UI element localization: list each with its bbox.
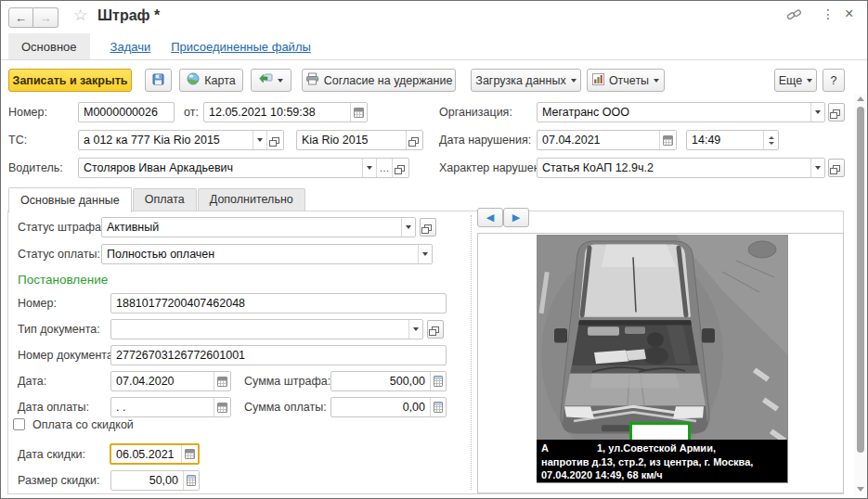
number-input[interactable]: М0000000026 [78,102,175,122]
scroll-up-icon[interactable] [857,96,864,101]
tab-main[interactable]: Основное [8,33,90,59]
chevron-down-icon [815,110,821,114]
consent-print-button[interactable]: Согласие на удержание [302,69,456,92]
resolution-group-header: Постановление [18,273,108,287]
vehicle-open-button[interactable] [266,131,283,149]
exchange-arrows-icon [259,73,273,88]
driver-combo[interactable]: Столяров Иван Аркадьевич … [78,158,409,178]
discount-size-label: Размер скидки: [18,470,99,491]
vehicle-label: ТС: [8,130,27,150]
chevron-down-icon [257,138,263,142]
driver-choose-button[interactable]: … [376,159,392,177]
time-spinner[interactable] [763,131,778,149]
panel-splitter[interactable] [471,215,472,490]
pay-sum-input[interactable]: 0,00 [330,397,447,417]
calendar-button[interactable] [659,131,676,149]
tab-additional[interactable]: Дополнительно [198,188,305,211]
calendar-button[interactable] [214,372,230,390]
datetime-input[interactable]: 12.05.2021 10:59:38 [203,102,368,122]
dropdown-button[interactable] [810,159,824,177]
kebab-menu-icon[interactable] [822,6,835,21]
calculator-button[interactable] [183,471,199,490]
help-button[interactable]: ? [823,69,845,92]
discount-date-input[interactable]: 06.05.2021 [110,443,200,465]
calculator-icon [434,402,443,413]
doc-number-input[interactable]: 27726703126772601001 [110,345,447,365]
back-button[interactable] [8,7,33,28]
dropdown-button[interactable] [362,159,376,177]
spin-down-icon [769,142,774,145]
driver-open-button[interactable] [392,159,408,177]
violation-kind-combo[interactable]: Статья КоАП 12.9ч.2 [537,158,825,178]
fine-status-combo[interactable]: Активный [101,217,416,237]
tab-payment[interactable]: Оплата [133,188,197,211]
res-number-input[interactable]: 18810177200407462048 [110,293,447,313]
scrollbar-thumb[interactable] [857,107,864,453]
driver-label: Водитель: [8,158,63,178]
dropdown-caret-icon [807,79,812,83]
calendar-icon [354,108,364,118]
more-button[interactable]: Еще [774,69,817,92]
discount-size-input[interactable]: 50,00 [110,470,200,491]
bar-chart-icon [592,73,604,88]
forward-button[interactable] [33,7,58,28]
calendar-icon [663,135,673,146]
doc-type-open-button[interactable] [427,320,444,339]
discount-checkbox[interactable] [13,418,25,430]
doc-type-combo[interactable] [110,319,423,339]
vehicle-combo[interactable]: а 012 ка 777 Kia Rio 2015 [78,130,284,150]
photo-next-button[interactable] [503,208,529,227]
pay-status-combo[interactable]: Полностью оплачен [101,244,433,264]
violation-date-input[interactable]: 07.04.2021 [537,130,677,150]
calendar-button[interactable] [350,103,367,122]
get-link-icon[interactable] [786,7,802,26]
dropdown-button[interactable] [418,245,432,263]
exchange-button[interactable] [251,69,291,92]
dropdown-button[interactable] [810,103,824,122]
violation-time-input[interactable]: 14:49 [686,130,779,150]
calculator-button[interactable] [430,372,446,390]
chevron-down-icon [406,225,411,229]
calendar-button[interactable] [214,398,230,416]
calculator-icon [434,376,443,387]
save-button[interactable] [145,69,172,92]
map-button[interactable]: Карта [179,69,243,92]
open-icon [272,137,279,144]
model-open-button[interactable] [406,131,422,149]
favorite-star-icon[interactable] [73,6,87,25]
open-icon [432,326,439,333]
org-combo[interactable]: Мегатранс ООО [537,102,825,122]
from-label: от: [184,102,199,122]
save-close-button[interactable]: Записать и закрыть [8,69,132,92]
calculator-button[interactable] [430,398,446,416]
photo-prev-button[interactable] [477,208,503,227]
tab-main-data[interactable]: Основные данные [8,187,132,212]
tab-attached-files[interactable]: Присоединенные файлы [171,33,311,59]
pay-date-input[interactable]: . . [110,397,231,417]
photo-caption: А1, ул.Советской Армии, напротив д.13, с… [537,440,787,482]
pay-status-label: Статус оплаты: [18,244,100,264]
dropdown-caret-icon [654,79,659,83]
open-icon [833,165,840,172]
date-input[interactable]: 07.04.2020 [110,371,231,391]
calendar-button[interactable] [181,445,198,463]
dropdown-button[interactable] [253,131,266,149]
doc-number-label: Номер документа: [18,345,116,365]
org-label: Организация: [439,102,512,122]
dropdown-caret-icon [278,79,283,83]
vehicle-model-field[interactable]: Kia Rio 2015 [296,130,423,150]
dropdown-button[interactable] [408,320,422,339]
violation-kind-open-button[interactable] [828,159,845,177]
res-number-label: Номер: [18,293,57,313]
load-data-button[interactable]: Загрузка данных [471,69,581,92]
fine-sum-input[interactable]: 500,00 [330,371,447,391]
org-open-button[interactable] [828,103,845,122]
fine-status-open-button[interactable] [420,218,436,237]
open-icon [833,109,840,116]
scroll-down-icon[interactable] [857,487,864,492]
reports-button[interactable]: Отчеты [587,69,665,92]
close-icon[interactable] [845,6,853,22]
tab-tasks[interactable]: Задачи [110,33,151,59]
open-icon [411,137,419,144]
dropdown-button[interactable] [401,218,415,237]
